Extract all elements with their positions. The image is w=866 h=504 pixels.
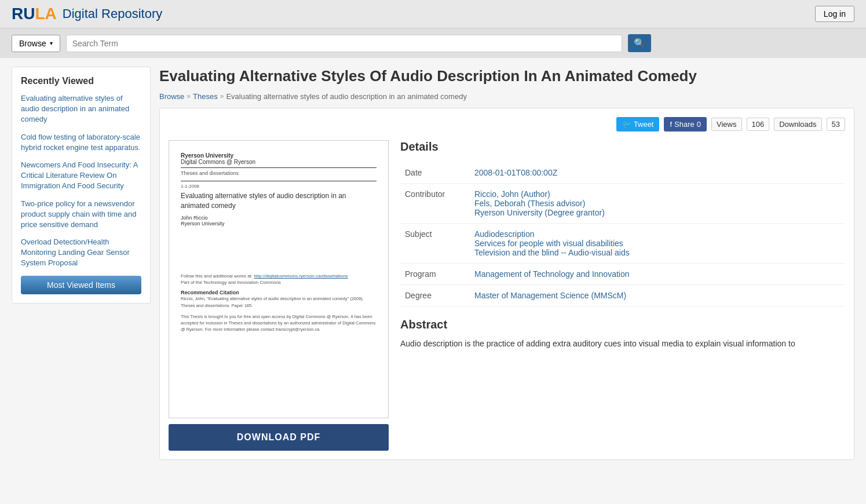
program-label: Program <box>400 263 470 284</box>
pdf-main-title: Evaluating alternative styles of audio d… <box>181 191 377 211</box>
subject-link[interactable]: Audiodescription <box>474 229 841 239</box>
details-table: Date 2008-01-01T08:00:00Z Contributor Ri… <box>400 162 845 306</box>
login-button[interactable]: Log in <box>815 6 854 22</box>
degree-link[interactable]: Master of Management Science (MMScM) <box>474 291 626 300</box>
subject-link[interactable]: Services for people with visual disabili… <box>474 239 841 248</box>
list-item[interactable]: Newcomers And Food Insecurity: A Critica… <box>21 160 141 192</box>
download-pdf-button[interactable]: DOWNLOAD PDF <box>169 424 389 451</box>
pdf-preview-area: Ryerson University Digital Commons @ Rye… <box>169 140 389 451</box>
pdf-divider-1 <box>181 167 377 168</box>
pdf-spacer <box>181 227 377 273</box>
table-row: Subject Audiodescription Services for pe… <box>400 223 845 263</box>
breadcrumb-browse[interactable]: Browse <box>159 92 184 101</box>
breadcrumb-sep-2: » <box>220 92 224 100</box>
pdf-subtitle: Theses and dissertations <box>181 170 377 176</box>
degree-value: Master of Management Science (MMScM) <box>470 284 845 306</box>
degree-label: Degree <box>400 284 470 306</box>
search-bar: Browse ▾ 🔍 <box>0 28 866 58</box>
document-card: 🐦 Tweet f Share 0 Views 106 Downloads 53 <box>159 108 854 460</box>
subject-label: Subject <box>400 223 470 263</box>
pdf-follow: Follow this and additional works at: htt… <box>181 273 377 280</box>
chevron-down-icon: ▾ <box>50 40 53 46</box>
pdf-divider-2 <box>181 181 377 181</box>
pdf-thumbnail: Ryerson University Digital Commons @ Rye… <box>169 140 389 418</box>
views-count: 106 <box>747 118 770 131</box>
pdf-follow-link[interactable]: http://digitalcommons.ryerson.ca/dissert… <box>254 273 348 279</box>
abstract-section: Abstract Audio description is the practi… <box>400 318 845 350</box>
details-title: Details <box>400 140 845 154</box>
downloads-badge: Downloads <box>774 118 821 131</box>
header: RULA Digital Repository Log in <box>0 0 866 28</box>
pdf-university: Ryerson University Digital Commons @ Rye… <box>181 152 377 165</box>
logo-r: R <box>12 5 23 23</box>
list-item[interactable]: Two-price policy for a newsvendor produc… <box>21 199 141 231</box>
abstract-title: Abstract <box>400 318 845 331</box>
list-item[interactable]: Overload Detection/Health Monitoring Lan… <box>21 237 141 269</box>
breadcrumb-current: Evaluating alternative styles of audio d… <box>226 92 467 101</box>
views-badge: Views <box>711 118 741 131</box>
content-area: Evaluating Alternative Styles Of Audio D… <box>159 67 854 484</box>
stats-row: 🐦 Tweet f Share 0 Views 106 Downloads 53 <box>169 117 845 132</box>
search-input[interactable] <box>66 35 622 52</box>
pdf-citation-title: Recommended Citation <box>181 290 377 295</box>
program-link[interactable]: Management of Technology and Innovation <box>474 269 630 279</box>
logo-area: RULA Digital Repository <box>12 5 162 23</box>
facebook-icon: f <box>670 120 672 129</box>
table-row: Contributor Riccio, John (Author) Fels, … <box>400 183 845 223</box>
logo-l: L <box>35 5 45 23</box>
contributor-link[interactable]: Ryerson University (Degree grantor) <box>474 208 841 217</box>
logo-u: U <box>23 5 35 23</box>
downloads-count: 53 <box>827 118 845 131</box>
table-row: Date 2008-01-01T08:00:00Z <box>400 162 845 184</box>
twitter-icon: 🐦 <box>622 120 631 129</box>
main-container: Recently Viewed Evaluating alternative s… <box>0 58 866 492</box>
details-panel: Details Date 2008-01-01T08:00:00Z Contri… <box>400 140 845 451</box>
browse-label: Browse <box>19 39 46 48</box>
breadcrumb: Browse » Theses » Evaluating alternative… <box>159 92 854 101</box>
abstract-text: Audio description is the practice of add… <box>400 337 845 350</box>
list-item[interactable]: Evaluating alternative styles of audio d… <box>21 93 141 125</box>
program-value: Management of Technology and Innovation <box>470 263 845 284</box>
date-value: 2008-01-01T08:00:00Z <box>470 162 845 184</box>
breadcrumb-theses[interactable]: Theses <box>193 92 218 101</box>
share-label: Share <box>674 120 695 129</box>
most-viewed-button[interactable]: Most Viewed Items <box>21 276 141 294</box>
recently-viewed-panel: Recently Viewed Evaluating alternative s… <box>12 67 151 304</box>
recently-viewed-title: Recently Viewed <box>21 76 141 86</box>
tweet-label: Tweet <box>634 120 654 129</box>
document-body: Ryerson University Digital Commons @ Rye… <box>169 140 845 451</box>
page-title: Evaluating Alternative Styles Of Audio D… <box>159 67 854 86</box>
pdf-note: This Thesis is brought to you for free a… <box>181 313 377 333</box>
share-count: 0 <box>697 120 701 129</box>
search-button[interactable]: 🔍 <box>628 34 651 52</box>
sidebar: Recently Viewed Evaluating alternative s… <box>12 67 151 484</box>
date-label: Date <box>400 162 470 184</box>
contributor-link[interactable]: Riccio, John (Author) <box>474 189 841 199</box>
list-item[interactable]: Cold flow testing of laboratory-scale hy… <box>21 132 141 153</box>
pdf-citation-text: Riccio, John, "Evaluating alternative st… <box>181 295 377 309</box>
contributor-label: Contributor <box>400 183 470 223</box>
contributor-values: Riccio, John (Author) Fels, Deborah (The… <box>470 183 845 223</box>
search-icon: 🔍 <box>634 38 645 48</box>
logo-a: A <box>45 5 57 23</box>
tweet-button[interactable]: 🐦 Tweet <box>616 117 660 132</box>
pdf-date: 1-1-2008 <box>181 184 377 189</box>
contributor-link[interactable]: Fels, Deborah (Thesis advisor) <box>474 199 841 208</box>
pdf-author: John Riccio Ryerson University <box>181 215 377 227</box>
share-button[interactable]: f Share 0 <box>664 117 707 132</box>
logo: RULA <box>12 5 57 23</box>
subject-link[interactable]: Television and the blind -- Audio-visual… <box>474 248 841 257</box>
table-row: Degree Master of Management Science (MMS… <box>400 284 845 306</box>
breadcrumb-sep-1: » <box>187 92 191 100</box>
subject-values: Audiodescription Services for people wit… <box>470 223 845 263</box>
table-row: Program Management of Technology and Inn… <box>400 263 845 284</box>
browse-button[interactable]: Browse ▾ <box>12 35 60 52</box>
pdf-part: Part of the Technology and Innovation Co… <box>181 280 377 285</box>
site-title: Digital Repository <box>63 6 162 21</box>
